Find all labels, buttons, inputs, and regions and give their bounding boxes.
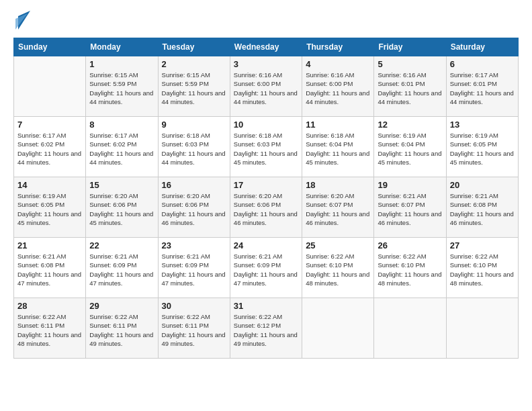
day-info: Sunrise: 6:20 AMSunset: 6:07 PMDaylight:… [306, 191, 370, 227]
day-number: 1 [89, 59, 154, 69]
day-cell: 28Sunrise: 6:22 AMSunset: 6:11 PMDayligh… [14, 298, 86, 359]
day-info: Sunrise: 6:16 AMSunset: 6:00 PMDaylight:… [234, 71, 298, 106]
day-cell [302, 298, 374, 359]
day-cell [374, 298, 446, 359]
day-info: Sunrise: 6:21 AMSunset: 6:08 PMDaylight:… [17, 252, 82, 287]
day-info: Sunrise: 6:22 AMSunset: 6:10 PMDaylight:… [378, 252, 442, 287]
day-number: 27 [450, 240, 515, 250]
day-cell: 7Sunrise: 6:17 AMSunset: 6:02 PMDaylight… [14, 117, 86, 177]
day-number: 12 [378, 120, 442, 130]
day-number: 15 [89, 180, 154, 190]
day-cell: 10Sunrise: 6:18 AMSunset: 6:03 PMDayligh… [230, 117, 302, 177]
day-info: Sunrise: 6:20 AMSunset: 6:06 PMDaylight:… [89, 191, 154, 227]
day-info: Sunrise: 6:16 AMSunset: 6:01 PMDaylight:… [378, 71, 442, 106]
header-wednesday: Wednesday [230, 38, 302, 56]
day-info: Sunrise: 6:16 AMSunset: 6:00 PMDaylight:… [306, 71, 370, 106]
day-cell: 19Sunrise: 6:21 AMSunset: 6:07 PMDayligh… [374, 177, 446, 238]
day-number: 10 [234, 120, 298, 130]
day-info: Sunrise: 6:18 AMSunset: 6:03 PMDaylight:… [162, 131, 226, 167]
day-cell: 27Sunrise: 6:22 AMSunset: 6:10 PMDayligh… [446, 238, 518, 298]
day-number: 14 [17, 180, 82, 190]
day-info: Sunrise: 6:22 AMSunset: 6:11 PMDaylight:… [17, 312, 82, 348]
day-number: 9 [162, 120, 226, 130]
day-number: 18 [306, 180, 370, 190]
logo-icon [15, 11, 30, 30]
day-number: 6 [450, 59, 515, 69]
day-number: 23 [162, 240, 226, 250]
day-info: Sunrise: 6:20 AMSunset: 6:06 PMDaylight:… [234, 191, 298, 227]
page: SundayMondayTuesdayWednesdayThursdayFrid… [0, 0, 532, 411]
day-number: 19 [378, 180, 442, 190]
week-row-5: 28Sunrise: 6:22 AMSunset: 6:11 PMDayligh… [14, 298, 519, 359]
day-cell: 5Sunrise: 6:16 AMSunset: 6:01 PMDaylight… [374, 56, 446, 117]
day-number: 2 [162, 59, 226, 69]
day-cell: 9Sunrise: 6:18 AMSunset: 6:03 PMDaylight… [158, 117, 230, 177]
day-number: 8 [89, 120, 154, 130]
day-cell: 23Sunrise: 6:21 AMSunset: 6:09 PMDayligh… [158, 238, 230, 298]
day-cell: 1Sunrise: 6:15 AMSunset: 5:59 PMDaylight… [86, 56, 158, 117]
day-info: Sunrise: 6:21 AMSunset: 6:09 PMDaylight:… [89, 252, 154, 287]
week-row-2: 7Sunrise: 6:17 AMSunset: 6:02 PMDaylight… [14, 117, 519, 177]
day-number: 24 [234, 240, 298, 250]
day-number: 26 [378, 240, 442, 250]
day-cell: 11Sunrise: 6:18 AMSunset: 6:04 PMDayligh… [302, 117, 374, 177]
day-number: 5 [378, 59, 442, 69]
header-friday: Friday [374, 38, 446, 56]
day-cell: 21Sunrise: 6:21 AMSunset: 6:08 PMDayligh… [14, 238, 86, 298]
day-info: Sunrise: 6:19 AMSunset: 6:05 PMDaylight:… [17, 191, 82, 227]
day-cell: 2Sunrise: 6:15 AMSunset: 5:59 PMDaylight… [158, 56, 230, 117]
week-row-3: 14Sunrise: 6:19 AMSunset: 6:05 PMDayligh… [14, 177, 519, 238]
day-info: Sunrise: 6:22 AMSunset: 6:11 PMDaylight:… [89, 312, 154, 348]
day-number: 11 [306, 120, 370, 130]
day-info: Sunrise: 6:22 AMSunset: 6:10 PMDaylight:… [306, 252, 370, 287]
header-saturday: Saturday [446, 38, 518, 56]
week-row-4: 21Sunrise: 6:21 AMSunset: 6:08 PMDayligh… [14, 238, 519, 298]
day-cell: 8Sunrise: 6:17 AMSunset: 6:02 PMDaylight… [86, 117, 158, 177]
day-info: Sunrise: 6:21 AMSunset: 6:09 PMDaylight:… [234, 252, 298, 287]
day-cell: 26Sunrise: 6:22 AMSunset: 6:10 PMDayligh… [374, 238, 446, 298]
day-info: Sunrise: 6:21 AMSunset: 6:08 PMDaylight:… [450, 191, 515, 227]
day-info: Sunrise: 6:18 AMSunset: 6:03 PMDaylight:… [234, 131, 298, 167]
day-info: Sunrise: 6:22 AMSunset: 6:12 PMDaylight:… [234, 312, 298, 348]
day-info: Sunrise: 6:19 AMSunset: 6:04 PMDaylight:… [378, 131, 442, 167]
day-info: Sunrise: 6:17 AMSunset: 6:01 PMDaylight:… [450, 71, 515, 106]
day-cell [14, 56, 86, 117]
day-cell: 4Sunrise: 6:16 AMSunset: 6:00 PMDaylight… [302, 56, 374, 117]
day-cell: 14Sunrise: 6:19 AMSunset: 6:05 PMDayligh… [14, 177, 86, 238]
day-number: 4 [306, 59, 370, 69]
header-tuesday: Tuesday [158, 38, 230, 56]
header [13, 13, 519, 30]
day-cell: 20Sunrise: 6:21 AMSunset: 6:08 PMDayligh… [446, 177, 518, 238]
day-number: 22 [89, 240, 154, 250]
day-number: 21 [17, 240, 82, 250]
day-info: Sunrise: 6:20 AMSunset: 6:06 PMDaylight:… [162, 191, 226, 227]
day-info: Sunrise: 6:15 AMSunset: 5:59 PMDaylight:… [162, 71, 226, 106]
day-number: 3 [234, 59, 298, 69]
day-number: 31 [234, 301, 298, 311]
day-cell: 24Sunrise: 6:21 AMSunset: 6:09 PMDayligh… [230, 238, 302, 298]
day-number: 25 [306, 240, 370, 250]
day-info: Sunrise: 6:18 AMSunset: 6:04 PMDaylight:… [306, 131, 370, 167]
day-cell: 25Sunrise: 6:22 AMSunset: 6:10 PMDayligh… [302, 238, 374, 298]
day-cell: 3Sunrise: 6:16 AMSunset: 6:00 PMDaylight… [230, 56, 302, 117]
day-cell: 31Sunrise: 6:22 AMSunset: 6:12 PMDayligh… [230, 298, 302, 359]
day-number: 20 [450, 180, 515, 190]
day-number: 13 [450, 120, 515, 130]
header-monday: Monday [86, 38, 158, 56]
header-thursday: Thursday [302, 38, 374, 56]
day-cell: 12Sunrise: 6:19 AMSunset: 6:04 PMDayligh… [374, 117, 446, 177]
header-row: SundayMondayTuesdayWednesdayThursdayFrid… [14, 38, 519, 56]
day-cell: 16Sunrise: 6:20 AMSunset: 6:06 PMDayligh… [158, 177, 230, 238]
day-info: Sunrise: 6:21 AMSunset: 6:09 PMDaylight:… [162, 252, 226, 287]
day-cell: 29Sunrise: 6:22 AMSunset: 6:11 PMDayligh… [86, 298, 158, 359]
day-info: Sunrise: 6:22 AMSunset: 6:11 PMDaylight:… [162, 312, 226, 348]
day-number: 30 [162, 301, 226, 311]
day-cell [446, 298, 518, 359]
day-number: 29 [89, 301, 154, 311]
day-cell: 15Sunrise: 6:20 AMSunset: 6:06 PMDayligh… [86, 177, 158, 238]
day-info: Sunrise: 6:19 AMSunset: 6:05 PMDaylight:… [450, 131, 515, 167]
logo [13, 13, 30, 30]
day-info: Sunrise: 6:17 AMSunset: 6:02 PMDaylight:… [17, 131, 82, 167]
day-info: Sunrise: 6:17 AMSunset: 6:02 PMDaylight:… [89, 131, 154, 167]
day-cell: 6Sunrise: 6:17 AMSunset: 6:01 PMDaylight… [446, 56, 518, 117]
